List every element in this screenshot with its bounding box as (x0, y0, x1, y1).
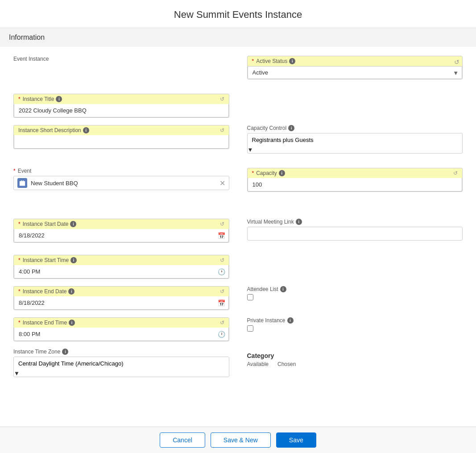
instance-start-date-input[interactable] (14, 229, 229, 242)
instance-timezone-label: Instance Time Zone (13, 349, 60, 355)
instance-short-desc-label: Instance Short Description (18, 127, 81, 133)
instance-title-label: Instance Title (23, 96, 54, 102)
event-input[interactable] (31, 180, 216, 187)
instance-end-date-label: Instance End Date (23, 288, 67, 295)
instance-end-date-info-icon[interactable]: i (68, 288, 75, 295)
section-information: Information (0, 28, 476, 47)
timezone-dropdown-icon: ▼ (14, 370, 20, 377)
attendee-list-info-icon[interactable]: i (280, 286, 286, 292)
instance-timezone-info-icon[interactable]: i (62, 349, 68, 355)
instance-start-date-label: Instance Start Date (23, 221, 69, 227)
end-date-calendar-icon[interactable]: 📅 (218, 299, 225, 307)
private-instance-checkbox[interactable] (247, 325, 253, 332)
active-status-label: Active Status (256, 58, 287, 64)
active-status-reset-icon[interactable]: ↺ (454, 58, 459, 66)
instance-end-date-reset-icon[interactable]: ↺ (220, 288, 224, 295)
private-instance-label: Private Instance (247, 317, 286, 324)
svg-rect-3 (20, 183, 25, 183)
capacity-reset-icon[interactable]: ↺ (453, 170, 458, 176)
instance-title-info-icon[interactable]: i (56, 96, 62, 102)
attendee-list-label: Attendee List (247, 286, 278, 292)
instance-title-reset-icon[interactable]: ↺ (220, 96, 224, 102)
capacity-input[interactable] (248, 178, 463, 191)
capacity-required: * (252, 170, 254, 176)
instance-short-desc-info-icon[interactable]: i (83, 127, 89, 133)
end-time-clock-icon[interactable]: 🕐 (218, 331, 225, 338)
instance-start-date-reset-icon[interactable]: ↺ (220, 221, 224, 227)
instance-timezone-select[interactable]: Central Daylight Time (America/Chicago) … (14, 357, 229, 370)
capacity-control-select[interactable]: Registrants plus Guests Registrants Only… (248, 133, 463, 146)
svg-rect-1 (21, 180, 22, 182)
start-date-calendar-icon[interactable]: 📅 (218, 232, 225, 239)
footer-bar: Cancel Save & New Save (0, 427, 476, 453)
save-button[interactable]: Save (276, 432, 316, 448)
capacity-control-label: Capacity Control i (247, 125, 463, 131)
virtual-meeting-link-info-icon[interactable]: i (296, 219, 302, 225)
instance-short-desc-input[interactable] (14, 135, 229, 149)
instance-end-time-label: Instance End Time (23, 320, 67, 326)
instance-end-time-reset-icon[interactable]: ↺ (220, 320, 224, 326)
svg-rect-2 (23, 180, 24, 182)
active-status-required: * (252, 58, 254, 64)
instance-title-input[interactable] (14, 104, 229, 117)
save-new-button[interactable]: Save & New (211, 432, 271, 448)
virtual-meeting-link-input[interactable] (247, 227, 463, 241)
instance-short-desc-reset-icon[interactable]: ↺ (220, 127, 224, 133)
instance-start-date-info-icon[interactable]: i (70, 221, 76, 227)
private-instance-info-icon[interactable]: i (287, 317, 294, 324)
event-required: * (13, 168, 16, 174)
start-time-clock-icon[interactable]: 🕐 (218, 268, 225, 275)
category-available-label: Available (247, 361, 269, 367)
event-clear-icon[interactable]: ✕ (219, 179, 225, 187)
capacity-control-dropdown-icon: ▼ (248, 146, 253, 153)
instance-end-time-input[interactable] (14, 328, 229, 341)
cancel-button[interactable]: Cancel (160, 432, 205, 448)
attendee-list-checkbox[interactable] (247, 294, 253, 300)
category-label: Category (247, 352, 463, 359)
active-status-select[interactable]: Active Inactive (248, 66, 463, 79)
page-title: New Summit Events Instance (0, 0, 476, 28)
event-instance-label: Event Instance (13, 56, 229, 62)
instance-start-time-info-icon[interactable]: i (70, 257, 77, 263)
capacity-label: Capacity (256, 170, 277, 176)
instance-end-date-input[interactable] (14, 296, 229, 310)
svg-rect-0 (20, 181, 25, 186)
instance-start-time-reset-icon[interactable]: ↺ (220, 257, 224, 263)
instance-title-required: * (18, 96, 21, 102)
event-label: Event (18, 168, 32, 174)
event-icon (17, 178, 27, 188)
event-field-wrapper: ✕ (13, 176, 229, 190)
capacity-control-info-icon[interactable]: i (288, 125, 294, 131)
capacity-info-icon[interactable]: i (279, 170, 285, 176)
category-chosen-label: Chosen (277, 361, 296, 367)
active-status-info-icon[interactable]: i (289, 58, 295, 64)
instance-start-time-label: Instance Start Time (23, 257, 69, 263)
instance-end-time-info-icon[interactable]: i (69, 320, 75, 326)
virtual-meeting-link-label: Virtual Meeting Link (247, 219, 294, 225)
instance-start-time-input[interactable] (14, 265, 229, 278)
